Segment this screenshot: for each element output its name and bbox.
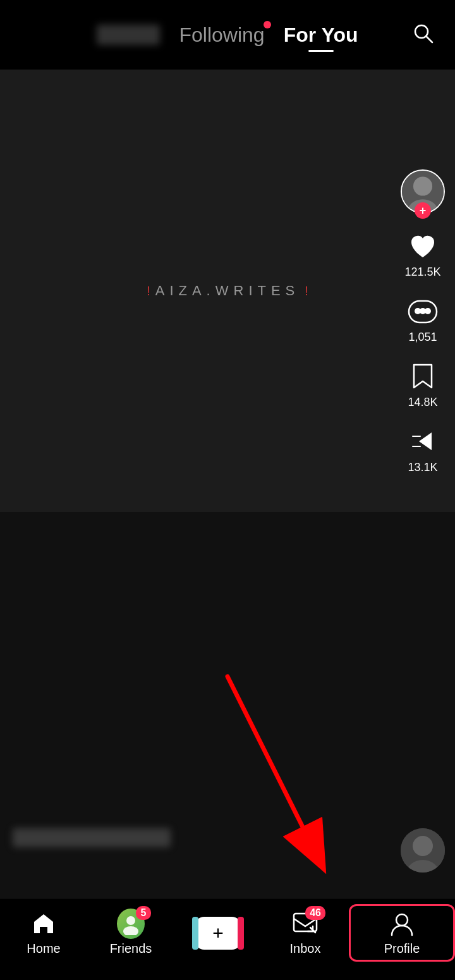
comment-button[interactable]: 1,051 [406,294,440,344]
friends-badge: 5 [136,906,151,920]
svg-line-1 [426,36,432,42]
nav-create[interactable]: + [174,917,262,950]
blurred-nav-tab[interactable] [97,25,160,45]
svg-point-15 [123,926,138,935]
profile-label: Profile [384,941,420,956]
home-icon [30,910,57,937]
share-button[interactable]: 13.1K [406,424,440,474]
nav-tabs: Following For You [97,23,358,47]
video-caption-blur [13,828,171,847]
nav-inbox[interactable]: 46 Inbox [262,910,349,956]
svg-point-10 [413,836,433,856]
nav-home[interactable]: Home [0,910,87,956]
share-count: 13.1K [408,461,437,474]
video-card-2[interactable] [0,512,455,898]
search-button[interactable] [411,21,436,49]
tab-following[interactable]: Following [179,23,264,47]
nav-profile[interactable]: Profile [349,904,455,962]
inbox-label: Inbox [290,941,321,956]
like-count: 121.5K [404,266,440,279]
top-navigation: Following For You [0,0,455,70]
bookmark-icon [406,360,439,393]
video-watermark: ! AIZA.WRITES ! [147,283,308,299]
friends-label: Friends [110,941,152,956]
create-button[interactable]: + [195,917,241,950]
svg-point-7 [425,308,431,314]
comment-icon [406,295,439,328]
bottom-navigation: Home 5 Friends + 46 [0,898,455,980]
video-card-1[interactable]: ! AIZA.WRITES ! + [0,70,455,512]
creator-avatar-container[interactable]: + [401,169,445,214]
svg-point-17 [396,914,408,926]
creator-avatar-2[interactable] [401,828,445,873]
svg-point-3 [413,176,432,195]
inbox-badge: 46 [305,906,325,920]
following-notification-dot [264,21,271,28]
share-icon [406,425,439,458]
side-actions-2 [401,828,445,873]
avatar-image-2 [401,828,445,873]
search-icon [411,21,436,46]
video-content-1: ! AIZA.WRITES ! [0,70,455,512]
nav-friends[interactable]: 5 Friends [87,910,174,956]
svg-point-14 [126,916,135,925]
like-button[interactable]: 121.5K [404,229,440,279]
follow-plus-button[interactable]: + [415,202,431,219]
heart-icon [406,230,439,262]
comment-count: 1,051 [408,331,437,344]
side-actions-1: + 121.5K [401,169,445,474]
profile-icon [388,910,416,938]
tab-for-you[interactable]: For You [284,23,358,47]
bookmark-button[interactable]: 14.8K [406,359,440,409]
home-label: Home [27,941,60,956]
video-feed: ! AIZA.WRITES ! + [0,70,455,898]
bookmark-count: 14.8K [408,396,437,409]
